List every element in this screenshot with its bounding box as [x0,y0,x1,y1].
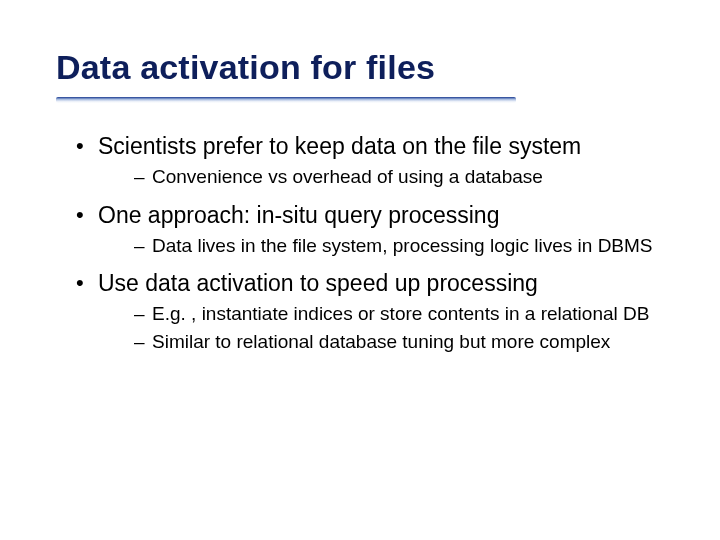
sub-list-item: E.g. , instantiate indices or store cont… [134,301,664,327]
list-item: Scientists prefer to keep data on the fi… [76,131,664,190]
list-item: Use data activation to speed up processi… [76,268,664,354]
list-item-text: One approach: in-situ query processing [98,202,499,228]
sub-list: Convenience vs overhead of using a datab… [98,164,664,190]
sub-list-item: Similar to relational database tuning bu… [134,329,664,355]
list-item: One approach: in-situ query processing D… [76,200,664,259]
sub-list-item: Convenience vs overhead of using a datab… [134,164,664,190]
sub-list: E.g. , instantiate indices or store cont… [98,301,664,354]
list-item-text: Scientists prefer to keep data on the fi… [98,133,581,159]
slide: Data activation for files Scientists pre… [0,0,720,540]
sub-list: Data lives in the file system, processin… [98,233,664,259]
bullet-list: Scientists prefer to keep data on the fi… [56,131,664,355]
list-item-text: Use data activation to speed up processi… [98,270,538,296]
sub-list-item: Data lives in the file system, processin… [134,233,664,259]
slide-title: Data activation for files [56,48,664,87]
title-underline [56,97,516,103]
